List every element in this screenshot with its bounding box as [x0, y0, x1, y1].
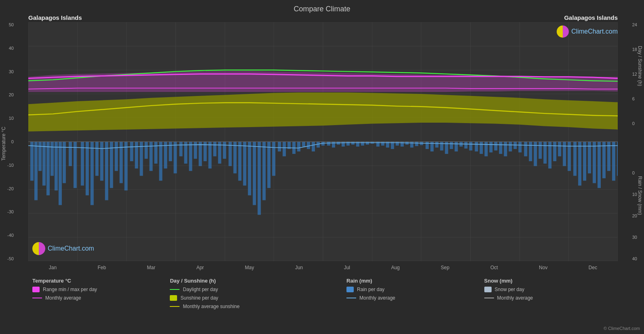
legend-rain-rect: Rain per day [346, 287, 476, 292]
location-label-right: Galapagos Islands [564, 14, 618, 21]
svg-rect-141 [598, 142, 601, 188]
copyright: © ClimeChart.com [604, 326, 640, 331]
svg-rect-140 [593, 142, 596, 183]
svg-rect-76 [278, 142, 281, 151]
svg-rect-40 [100, 142, 103, 181]
svg-rect-127 [529, 142, 532, 161]
svg-rect-35 [74, 142, 77, 188]
legend-snow: Snow (mm) Snow per day Monthly average [480, 275, 618, 330]
x-label-nov: Nov [539, 265, 547, 270]
svg-rect-47 [135, 142, 138, 168]
legend-snow-title: Snow (mm) [484, 278, 614, 284]
legend-temp-title: Temperature °C [32, 278, 162, 284]
svg-rect-90 [346, 142, 350, 146]
svg-rect-42 [110, 142, 113, 188]
svg-rect-63 [213, 142, 216, 156]
x-label-aug: Aug [391, 265, 399, 270]
svg-rect-43 [115, 142, 118, 171]
right-axis-title-day: Day / Sunshine (h) [637, 46, 643, 86]
y-axis-right-top: 24 18 12 6 0 [632, 22, 637, 126]
x-label-may: May [245, 265, 254, 270]
chart-svg [28, 22, 618, 261]
svg-rect-118 [484, 142, 488, 156]
svg-rect-33 [63, 142, 66, 183]
x-axis: Jan Feb Mar Apr May Jun Jul Aug Sep Oct … [28, 262, 618, 273]
svg-rect-116 [475, 142, 478, 151]
svg-rect-82 [307, 142, 310, 149]
svg-rect-145 [617, 142, 618, 176]
svg-rect-103 [410, 142, 414, 147]
svg-rect-137 [578, 142, 581, 185]
svg-rect-133 [558, 142, 561, 156]
legend: Temperature °C Range min / max per day M… [28, 275, 618, 330]
svg-rect-122 [504, 142, 507, 156]
svg-rect-134 [563, 142, 566, 166]
svg-rect-74 [267, 142, 270, 188]
svg-rect-138 [583, 142, 586, 181]
svg-rect-72 [258, 142, 261, 215]
svg-rect-109 [440, 142, 443, 151]
svg-rect-126 [524, 142, 527, 156]
svg-rect-25 [30, 142, 34, 181]
svg-rect-54 [169, 142, 172, 161]
svg-rect-123 [509, 142, 512, 151]
svg-rect-56 [179, 142, 182, 156]
x-label-feb: Feb [97, 265, 106, 270]
x-label-oct: Oct [490, 265, 498, 270]
legend-snow-monthly: Monthly average [484, 295, 614, 301]
svg-rect-32 [59, 142, 62, 205]
x-label-mar: Mar [147, 265, 156, 270]
legend-sunshine-title: Day / Sunshine (h) [170, 278, 338, 284]
svg-rect-81 [302, 142, 305, 147]
legend-rain: Rain (mm) Rain per day Monthly average [342, 275, 480, 330]
legend-temp-range: Range min / max per day [32, 287, 162, 292]
svg-rect-114 [465, 142, 468, 149]
svg-rect-26 [34, 142, 38, 200]
watermark-text-bottom: ClimeChart.com [48, 245, 94, 252]
svg-rect-68 [238, 142, 241, 181]
svg-rect-121 [499, 142, 502, 154]
svg-rect-83 [312, 142, 315, 151]
page-title: Compare Climate [0, 0, 644, 15]
svg-rect-70 [248, 142, 251, 195]
legend-sunshine-rect: Sunshine per day [170, 295, 338, 301]
svg-rect-136 [573, 142, 576, 176]
svg-rect-41 [105, 142, 108, 200]
svg-rect-100 [396, 142, 399, 146]
svg-rect-112 [455, 142, 458, 151]
svg-rect-86 [327, 142, 330, 146]
svg-rect-31 [55, 142, 58, 190]
x-label-jul: Jul [344, 265, 350, 270]
svg-rect-117 [479, 142, 483, 154]
x-label-jun: Jun [295, 265, 303, 270]
x-label-dec: Dec [589, 265, 597, 270]
legend-sunshine: Day / Sunshine (h) Daylight per day Suns… [166, 275, 342, 330]
svg-rect-119 [489, 142, 492, 152]
svg-rect-49 [145, 142, 148, 159]
svg-rect-28 [42, 142, 46, 185]
left-axis-title: Temperature °C [1, 127, 6, 161]
svg-rect-115 [469, 142, 473, 151]
svg-rect-144 [612, 142, 615, 181]
svg-rect-108 [435, 142, 439, 147]
svg-rect-55 [174, 142, 177, 173]
svg-rect-45 [125, 142, 128, 190]
svg-rect-130 [543, 142, 547, 164]
x-label-sep: Sep [441, 265, 449, 270]
svg-rect-93 [361, 142, 364, 146]
svg-rect-106 [426, 142, 429, 149]
chart-area: ClimeChart.com [28, 22, 618, 261]
y-axis-right-bottom: 0 10 20 30 40 [632, 170, 637, 261]
svg-rect-129 [538, 142, 542, 159]
svg-rect-77 [283, 142, 286, 156]
legend-rain-monthly: Monthly average [346, 295, 476, 301]
svg-rect-52 [159, 142, 163, 181]
svg-rect-51 [154, 142, 158, 164]
svg-rect-125 [518, 142, 522, 152]
svg-rect-59 [194, 142, 197, 159]
svg-rect-139 [588, 142, 591, 173]
svg-rect-73 [262, 142, 266, 200]
svg-rect-75 [272, 142, 275, 176]
svg-rect-46 [130, 142, 133, 161]
legend-snow-per-day: Snow per day [484, 287, 614, 292]
